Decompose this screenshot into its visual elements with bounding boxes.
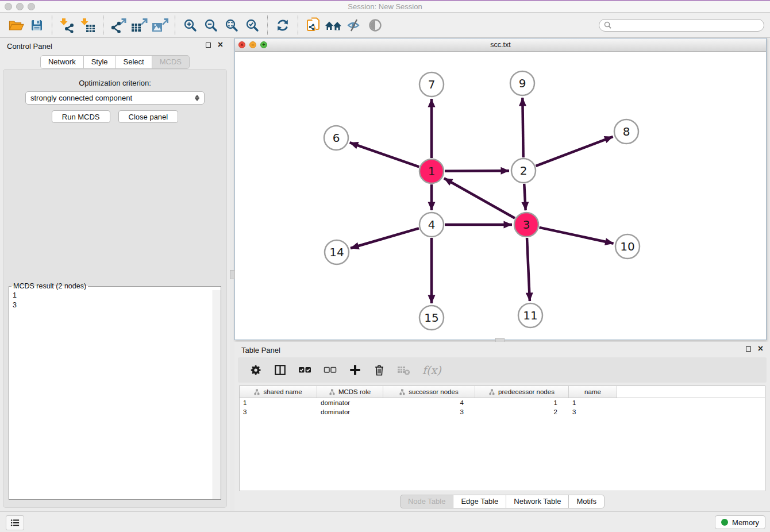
table-cell-name[interactable]: 3 <box>569 408 617 415</box>
graph-edge-1-6[interactable] <box>350 142 419 167</box>
export-table-button[interactable] <box>129 16 149 35</box>
clone-network-button[interactable] <box>303 16 324 35</box>
tab-select[interactable]: Select <box>116 55 152 69</box>
network-graph[interactable]: 1234678910111415 <box>235 51 766 340</box>
delete-column-button[interactable] <box>373 364 386 377</box>
graph-node-label: 8 <box>623 125 630 138</box>
eye-slash-icon <box>346 18 363 32</box>
table-cell-successor-nodes[interactable]: 4 <box>383 399 475 406</box>
window-titlebar: Session: New Session <box>0 0 770 13</box>
network-window-titlebar[interactable]: × − + scc.txt <box>235 38 766 52</box>
control-panel-float-button[interactable] <box>206 43 211 48</box>
criterion-select[interactable]: strongly connected component <box>25 91 205 105</box>
table-panel-float-button[interactable] <box>746 346 751 352</box>
tab-style[interactable]: Style <box>84 55 116 69</box>
table-settings-button[interactable] <box>249 364 262 376</box>
table-cell-mcds-role[interactable]: dominator <box>317 399 383 406</box>
graph-edge-1-2[interactable] <box>445 171 509 171</box>
open-session-button[interactable] <box>6 16 26 35</box>
table-delete-icon <box>397 364 411 376</box>
zoom-in-button[interactable] <box>180 16 201 35</box>
graph-edge-2-3[interactable] <box>524 184 525 210</box>
mcds-panel: Optimization criterion: strongly connect… <box>3 69 227 508</box>
unselect-all-columns-button[interactable] <box>324 365 337 375</box>
tab-network-table[interactable]: Network Table <box>506 495 569 508</box>
hide-details-button[interactable] <box>344 16 365 35</box>
export-table-icon <box>130 18 148 33</box>
select-all-icon <box>298 365 312 375</box>
tab-mcds[interactable]: MCDS <box>152 55 190 69</box>
column-header-mcds-role[interactable]: MCDS role <box>317 386 383 398</box>
column-header-label: MCDS role <box>338 388 371 395</box>
memory-status-icon <box>721 519 728 526</box>
column-header-successor-nodes[interactable]: successor nodes <box>383 386 475 398</box>
close-panel-button[interactable]: Close panel <box>118 110 179 123</box>
table-cell-predecessor-nodes[interactable]: 2 <box>475 408 569 415</box>
network-view-window: × − + scc.txt 1234678910111415 <box>234 38 767 340</box>
panel-divider-grip[interactable] <box>230 270 235 279</box>
import-table-icon <box>80 18 95 33</box>
table-cell-name[interactable]: 1 <box>569 399 617 406</box>
graph-node-label: 7 <box>428 78 436 91</box>
gear-icon <box>249 364 262 376</box>
export-network-button[interactable] <box>108 16 129 35</box>
column-header-name[interactable]: name <box>569 386 617 398</box>
memory-button-label: Memory <box>732 518 759 527</box>
control-panel-close-button[interactable]: × <box>218 41 223 48</box>
save-session-button[interactable] <box>26 16 47 35</box>
apply-layout-button[interactable] <box>272 16 293 35</box>
table-cell-mcds-role[interactable]: dominator <box>317 408 383 415</box>
import-table-button[interactable] <box>78 16 98 35</box>
table-panel-close-button[interactable]: × <box>758 345 763 352</box>
tab-motifs[interactable]: Motifs <box>569 495 605 508</box>
graph-node-label: 2 <box>520 164 528 178</box>
tab-node-table[interactable]: Node Table <box>400 495 454 508</box>
import-network-button[interactable] <box>57 16 78 35</box>
select-stepper-icon <box>195 95 199 101</box>
table-panel-tabs: Node TableEdge TableNetwork TableMotifs <box>234 495 770 508</box>
task-history-button[interactable] <box>6 515 24 530</box>
graph-edge-2-9[interactable] <box>522 98 523 157</box>
control-panel-title: Control Panel <box>7 42 52 51</box>
zoom-selected-button[interactable] <box>242 16 263 35</box>
network-canvas[interactable]: 1234678910111415 <box>235 51 766 340</box>
mcds-result-scrollbar[interactable] <box>213 290 221 499</box>
column-header-shared-name[interactable]: shared name <box>240 386 317 398</box>
graph-edge-3-10[interactable] <box>539 228 613 244</box>
search-input[interactable] <box>614 21 759 30</box>
zoom-out-button[interactable] <box>201 16 221 35</box>
graph-edge-4-14[interactable] <box>351 228 419 248</box>
memory-button[interactable]: Memory <box>715 515 765 529</box>
run-mcds-button[interactable]: Run MCDS <box>52 110 110 123</box>
graph-edge-2-8[interactable] <box>536 137 613 166</box>
zoom-fit-icon <box>225 18 238 32</box>
toolbar-separator <box>175 16 175 35</box>
tab-edge-table[interactable]: Edge Table <box>453 495 506 508</box>
tab-network[interactable]: Network <box>40 55 84 69</box>
contrast-button[interactable] <box>365 16 386 35</box>
table-cell-shared-name[interactable]: 1 <box>240 399 317 406</box>
graph-edge-3-1[interactable] <box>444 178 515 218</box>
delete-table-button <box>397 364 411 376</box>
table-cell-shared-name[interactable]: 3 <box>240 408 317 415</box>
column-header-predecessor-nodes[interactable]: predecessor nodes <box>475 386 569 398</box>
toolbar-separator <box>267 16 268 35</box>
table-cell-successor-nodes[interactable]: 3 <box>383 408 475 415</box>
table-row[interactable]: 3dominator323 <box>240 407 765 417</box>
select-all-columns-button[interactable] <box>298 365 312 375</box>
table-row[interactable]: 1dominator411 <box>240 398 765 407</box>
graph-edge-3-11[interactable] <box>527 238 530 301</box>
home-button[interactable] <box>324 16 344 35</box>
toggle-column-view-button[interactable] <box>274 364 287 376</box>
search-field[interactable] <box>599 19 764 32</box>
export-image-button[interactable] <box>149 16 170 35</box>
mcds-result-text[interactable]: 1 3 <box>9 290 213 499</box>
zoom-fit-button[interactable] <box>221 16 242 35</box>
table-cell-predecessor-nodes[interactable]: 1 <box>475 399 569 406</box>
graph-node-label: 15 <box>424 311 438 325</box>
status-bar: Memory <box>0 511 770 532</box>
criterion-selected-value: strongly connected component <box>30 94 132 102</box>
graph-node-label: 1 <box>428 164 436 178</box>
create-column-button[interactable] <box>349 364 361 376</box>
double-home-icon <box>325 18 343 32</box>
